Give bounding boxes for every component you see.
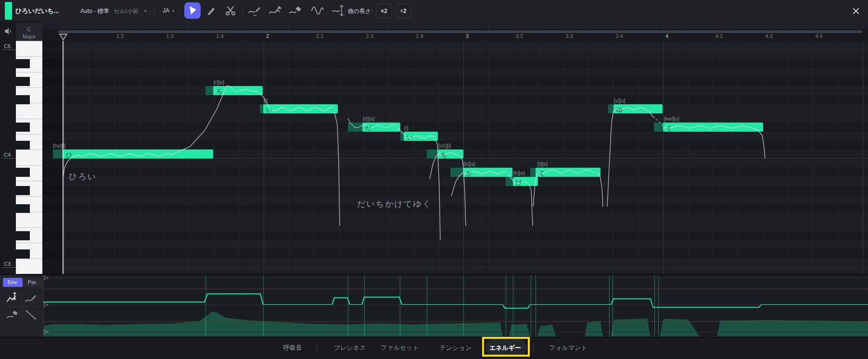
note-attack-か[interactable] <box>450 168 463 177</box>
language-selector[interactable]: JA <box>163 7 169 14</box>
ruler-tick <box>813 22 813 29</box>
ruler-tick <box>89 22 89 29</box>
note-attack-い[interactable] <box>260 104 263 113</box>
tab-テンション[interactable]: テンション <box>440 344 472 352</box>
envelope-eraser-tool-button[interactable] <box>6 309 20 321</box>
note-boundary-line[interactable] <box>427 275 427 336</box>
black-key[interactable] <box>16 168 30 177</box>
ruler-tick <box>513 22 514 29</box>
mode-selector-label[interactable]: Auto - 標準 <box>80 7 109 15</box>
piano-keyboard[interactable] <box>16 41 42 274</box>
tab-エネルギー[interactable]: エネルギー <box>489 344 521 352</box>
note-boundary-line[interactable] <box>609 275 610 336</box>
tab-フォルマント[interactable]: フォルマント <box>549 344 587 352</box>
scale-gridline <box>42 305 868 305</box>
note-attack-ろ[interactable] <box>205 86 213 95</box>
tab-envelope[interactable]: Env. <box>3 278 23 287</box>
black-key[interactable] <box>16 204 30 213</box>
piano-roll[interactable]: ひ[hy][i]ろ[r][o]い[i]だ[d][a]い[i]ち[ch][i]か[… <box>42 41 868 274</box>
note-boundary-line[interactable] <box>400 275 400 336</box>
note-attack-け[interactable] <box>506 177 513 186</box>
phoneme-label: [y][u] <box>614 98 625 103</box>
note-て[interactable] <box>536 168 600 177</box>
note-attack-て[interactable] <box>530 168 536 177</box>
note-attack-ち[interactable] <box>427 149 438 159</box>
key-signature-root: C <box>16 26 42 33</box>
horizontal-scrollbar[interactable] <box>58 30 862 33</box>
halve-length-button[interactable]: ÷2 <box>395 4 411 18</box>
note-ろ[interactable] <box>213 86 263 95</box>
note-い[interactable] <box>263 104 338 113</box>
vibrato-tool-button[interactable] <box>310 5 323 16</box>
note-attack-ゆ[interactable] <box>608 104 613 113</box>
pitch-brush-tool-button[interactable] <box>268 5 281 16</box>
double-length-button[interactable]: ×2 <box>376 4 392 18</box>
note-く[interactable] <box>663 123 763 132</box>
note-attack-だ[interactable] <box>348 123 362 132</box>
note-boundary-line[interactable] <box>263 275 264 336</box>
black-key[interactable] <box>16 123 30 132</box>
tab-parameters[interactable]: Par. <box>23 278 42 287</box>
tab-ファルセット[interactable]: ファルセット <box>381 344 419 352</box>
mode-unit-label[interactable]: セル/小節 <box>114 7 139 15</box>
tab-呼吸音[interactable]: 呼吸音 <box>283 344 302 352</box>
note-boundary-line[interactable] <box>658 275 659 336</box>
note-い[interactable] <box>404 132 438 141</box>
timeline-ruler[interactable]: 1.21.31.422.22.32.433.23.33.444.24.34.4 <box>42 22 868 41</box>
envelope-transform-tool-button[interactable] <box>6 292 20 305</box>
black-key[interactable] <box>16 95 30 104</box>
note-boundary-line[interactable] <box>613 275 613 336</box>
black-key[interactable] <box>16 249 30 259</box>
close-button[interactable] <box>849 4 863 18</box>
pitch-pen-tool-button[interactable] <box>248 5 260 16</box>
pitch-row <box>42 186 868 195</box>
black-key[interactable] <box>16 77 30 86</box>
note-ひ[interactable] <box>63 149 213 159</box>
note-boundary-line[interactable] <box>531 275 531 336</box>
note-attack-ひ[interactable] <box>53 149 63 159</box>
playhead-marker[interactable] <box>59 34 67 42</box>
black-key[interactable] <box>16 141 30 150</box>
note-け[interactable] <box>513 177 538 186</box>
pitch-shift-tool-button[interactable] <box>331 5 343 16</box>
note-boundary-line[interactable] <box>654 275 655 336</box>
beat-line <box>738 41 739 274</box>
energy-envelope-line[interactable] <box>43 294 868 309</box>
ruler-tick <box>788 22 788 29</box>
pencil-tool-button[interactable] <box>204 5 217 16</box>
note-boundary-line[interactable] <box>506 275 506 336</box>
tab-ブレシネス[interactable]: ブレシネス <box>334 344 366 352</box>
pointer-tool-button[interactable] <box>184 2 201 19</box>
note-だ[interactable] <box>362 123 400 132</box>
note-boundary-line[interactable] <box>513 275 513 336</box>
playhead-line[interactable] <box>63 41 64 274</box>
volume-icon[interactable] <box>4 27 13 37</box>
note-attack-い[interactable] <box>400 132 404 141</box>
note-か[interactable] <box>463 168 512 177</box>
note-attack-く[interactable] <box>654 123 663 132</box>
parameter-graph[interactable]: 2×1×0× <box>42 275 868 336</box>
pitch-row <box>42 141 868 150</box>
note-boundary-line[interactable] <box>364 275 365 336</box>
pitch-brush-icon <box>268 10 283 18</box>
note-boundary-line[interactable] <box>463 275 464 336</box>
ruler-tick <box>239 22 239 29</box>
pitch-eraser-tool-button[interactable] <box>289 5 301 16</box>
ruler-tick <box>139 22 140 29</box>
pitch-row <box>42 222 868 231</box>
scissors-tool-button[interactable] <box>224 5 237 16</box>
chevron-down-icon[interactable]: ▾ <box>144 9 147 13</box>
envelope-pen-tool-button[interactable] <box>25 292 38 305</box>
note-boundary-line[interactable] <box>205 275 206 336</box>
pitch-row <box>42 213 868 222</box>
note-ち[interactable] <box>438 149 463 159</box>
black-key[interactable] <box>16 186 30 195</box>
note-ゆ[interactable] <box>613 104 663 113</box>
chevron-down-icon[interactable]: ▾ <box>172 9 175 13</box>
note-boundary-line[interactable] <box>348 275 348 336</box>
black-key[interactable] <box>16 59 30 68</box>
toolbar-divider <box>243 5 243 16</box>
black-key[interactable] <box>16 231 30 240</box>
envelope-line-tool-button[interactable] <box>25 309 38 321</box>
note-boundary-line[interactable] <box>536 275 536 336</box>
